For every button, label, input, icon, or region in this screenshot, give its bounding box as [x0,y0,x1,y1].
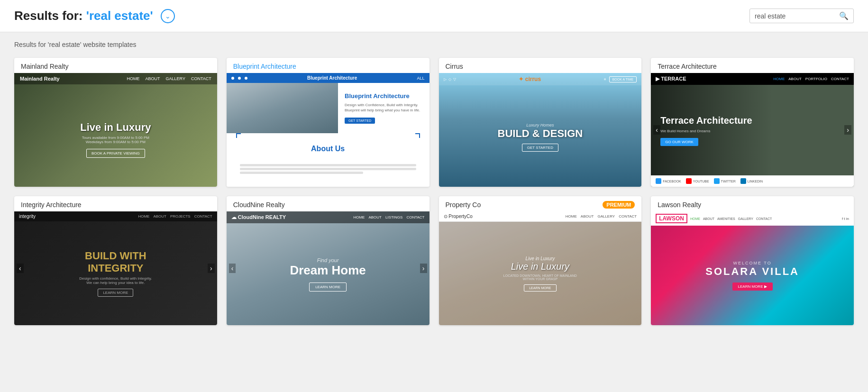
search-input[interactable] [755,12,839,20]
cirrus-social-icons: ▷ ◇ ▽ [444,77,456,82]
lawson-nav-links: HOME ABOUT AMENITIES GALLERY CONTACT [690,217,772,220]
corner-tl [236,133,241,138]
template-preview-propertyco: ⊙ PropertyCo HOME ABOUT GALLERY CONTACT … [439,211,642,325]
twitter-icon [714,178,720,184]
cloudnine-arrows: ‹ › [227,264,429,273]
template-preview-integrity: integrity HOME ABOUT PROJECTS CONTACT BU… [14,211,217,325]
terrace-nav-links: HOME ABOUT PORTFOLIO CONTACT [773,77,849,81]
search-keyword: 'real estate' [86,9,153,23]
terrace-social-bar: FACEBOOK YOUTUBE TWITTER LINKEDIN [651,175,854,187]
blueprint-cta-btn: GET STARTED [345,118,375,124]
template-name-terrace: Terrace Architecture [658,63,717,70]
blueprint-nav-title: Blueprint Architecture [251,75,413,81]
blueprint-hero-title: Blueprint Architecture [345,92,410,100]
cloudnine-sub-text: Find your [317,257,339,263]
template-preview-cloudnine: ☁ CloudNine REALTY HOME ABOUT LISTINGS C… [227,211,429,325]
about-line-2 [240,168,416,170]
blueprint-nav-link: ALL [417,76,424,81]
integrity-arrows: ‹ › [14,264,217,273]
search-button[interactable]: 🔍 [839,11,849,20]
template-preview-mainland: Mainland Realty HOME ABOUT GALLERY CONTA… [14,73,217,187]
integrity-sub-text: Design with confidence, Build with Integ… [79,276,152,285]
template-preview-blueprint: Blueprint Architecture ALL Blueprint Arc… [227,73,429,187]
cloudnine-arrow-left[interactable]: ‹ [229,264,236,273]
propertyco-nav-logo: ⊙ PropertyCo [444,214,473,219]
integrity-arrow-right[interactable]: › [208,264,215,273]
template-name-propertyco: Property Co [446,201,481,209]
template-preview-cirrus: ▷ ◇ ▽ ✦ cirrus ≡ BOOK A TIME Luxury Home… [439,73,642,187]
card-label-cloudnine: CloudNine Realty [227,196,429,211]
mainland-hero: Live in Luxury Tours available from 9:00… [80,102,151,158]
blueprint-image [227,83,338,133]
blueprint-content: Blueprint Architecture Design with Confi… [227,83,429,133]
template-card-propertyco[interactable]: Property Co PREMIUM ⊙ PropertyCo HOME AB… [439,196,642,325]
lawson-cta-btn: LEARN MORE ▶ [732,283,773,291]
template-name-cloudnine: CloudNine Realty [233,201,285,209]
youtube-icon [686,178,692,184]
terrace-arrow-right[interactable]: › [844,125,851,135]
card-label-integrity: Integrity Architecture [14,196,217,211]
template-card-terrace[interactable]: Terrace Architecture ▶ TERRACE HOME ABOU… [651,58,854,187]
facebook-icon [656,178,661,184]
integrity-cta-btn: LEARN MORE [98,289,133,297]
subtitle: Results for 'real estate' website templa… [0,32,868,53]
template-card-cloudnine[interactable]: CloudNine Realty ☁ CloudNine REALTY HOME… [227,196,429,325]
cloudnine-logo: ☁ CloudNine REALTY [231,214,286,220]
lawson-logo: LAWSON [656,214,687,223]
mainland-cta-button: BOOK A PRIVATE VIEWING [86,149,145,158]
template-card-blueprint[interactable]: Blueprint Architecture Blueprint Archite… [227,58,429,187]
lawson-social-icons: f t in [842,217,849,221]
social-twitter: TWITTER [714,178,736,184]
template-name-lawson: Lawson Realty [658,201,701,209]
cirrus-book-btn: BOOK A TIME [609,76,637,82]
blueprint-corners [231,133,425,138]
template-card-integrity[interactable]: Integrity Architecture integrity HOME AB… [14,196,217,325]
lawson-welcome-text: WELCOME TO [733,261,772,265]
cirrus-nav: ▷ ◇ ▽ ✦ cirrus ≡ BOOK A TIME [439,73,642,85]
propertyco-main-text: Live in Luxury [511,261,569,272]
cloudnine-arrow-right[interactable]: › [420,264,427,273]
integrity-arrow-left[interactable]: ‹ [17,264,24,273]
corner-tr [415,133,420,138]
integrity-hero: BUILD WITH INTEGRITY Design with confide… [14,221,217,325]
template-card-cirrus[interactable]: Cirrus ▷ ◇ ▽ ✦ cirrus ≡ BOOK A TIME Luxu… [439,58,642,187]
cirrus-hero: Luxury Homes BUILD & DESIGN GET STARTED [439,73,642,187]
blueprint-text-area: Blueprint Architecture Design with Confi… [338,83,429,133]
terrace-main-text: Terrace Architecture [660,115,752,126]
template-card-mainland-realty[interactable]: Mainland Realty Mainland Realty HOME ABO… [14,58,217,187]
social-linkedin: LINKEDIN [740,178,763,184]
terrace-logo: ▶ TERRACE [656,76,686,82]
propertyco-desc: LOCATED DOWNTOWN, HEART OF MAINLANDWITHI… [503,274,577,281]
cirrus-sub-text: Luxury Homes [526,123,554,128]
cirrus-nav-right: ≡ BOOK A TIME [604,76,637,82]
card-label-propertyco: Property Co PREMIUM [439,196,642,211]
dropdown-button[interactable]: ⌄ [161,9,175,23]
card-label-cirrus: Cirrus [439,58,642,73]
bp-dot-2 [238,77,241,80]
templates-grid: Mainland Realty Mainland Realty HOME ABO… [0,53,868,339]
cloudnine-hero: Find your Dream Home LEARN MORE [227,223,429,325]
template-preview-lawson: LAWSON HOME ABOUT AMENITIES GALLERY CONT… [651,211,854,325]
integrity-nav-links: HOME ABOUT PROJECTS CONTACT [138,214,212,219]
cirrus-logo: ✦ cirrus [519,76,541,82]
mainland-sub-text: Tours available from 9:00AM to 5:00 PMWe… [80,136,151,144]
cloudnine-nav-links: HOME ABOUT LISTINGS CONTACT [353,215,424,219]
terrace-arrow-left[interactable]: ‹ [653,125,660,135]
propertyco-cta-btn: LEARN MORE [524,284,556,292]
card-label-terrace: Terrace Architecture [651,58,854,73]
cloudnine-cta-btn: LEARN MORE [309,283,347,292]
blueprint-desc: Design with Confidence, Build with Integ… [345,102,420,113]
propertyco-nav: ⊙ PropertyCo HOME ABOUT GALLERY CONTACT [439,211,642,222]
header: Results for: 'real estate' ⌄ 🔍 [0,0,868,32]
mainland-nav-links: HOME ABOUT GALLERY CONTACT [127,76,211,81]
lawson-hero: WELCOME TO SOLARA VILLA LEARN MORE ▶ [651,226,854,325]
mainland-nav: Mainland Realty HOME ABOUT GALLERY CONTA… [14,73,217,84]
propertyco-sub-text: Live in Luxury [526,256,555,261]
template-preview-terrace: ▶ TERRACE HOME ABOUT PORTFOLIO CONTACT T… [651,73,854,187]
template-card-lawson[interactable]: Lawson Realty LAWSON HOME ABOUT AMENITIE… [651,196,854,325]
integrity-nav: integrity HOME ABOUT PROJECTS CONTACT [14,211,217,221]
about-line-1 [240,164,416,166]
linkedin-icon [740,178,746,184]
lawson-nav-left: LAWSON HOME ABOUT AMENITIES GALLERY CONT… [656,214,772,223]
lawson-nav: LAWSON HOME ABOUT AMENITIES GALLERY CONT… [651,211,854,226]
